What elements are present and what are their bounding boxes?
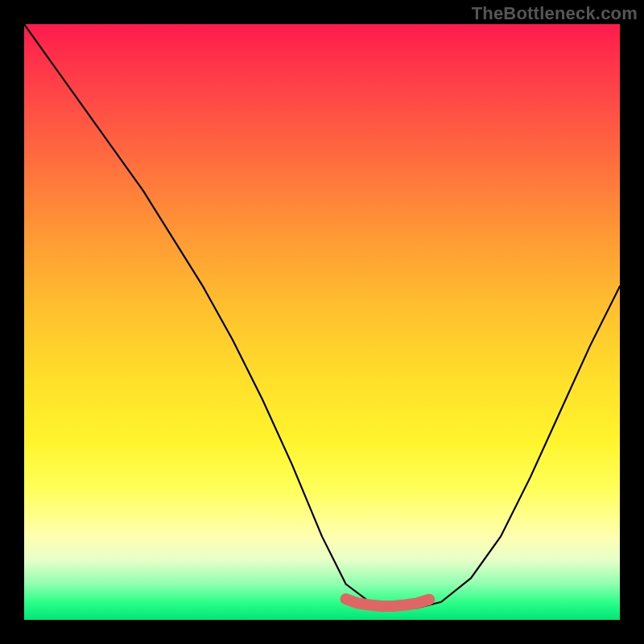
plot-area xyxy=(24,24,620,620)
bottleneck-curve xyxy=(24,24,620,608)
chart-frame: TheBottleneck.com xyxy=(0,0,644,644)
chart-svg xyxy=(24,24,620,620)
highlight-band xyxy=(346,599,430,606)
watermark-text: TheBottleneck.com xyxy=(472,3,638,24)
